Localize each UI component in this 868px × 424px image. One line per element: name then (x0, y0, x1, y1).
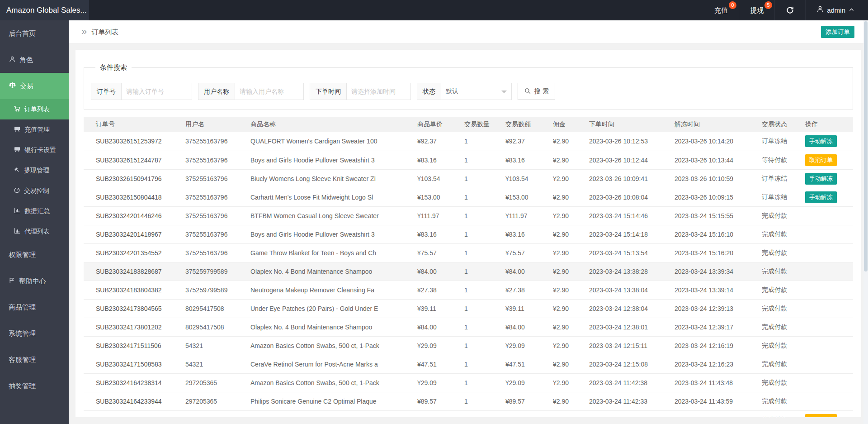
cart-icon (14, 105, 21, 114)
cell-price: ¥47.51 (405, 355, 452, 373)
sidebar-item-trade-control[interactable]: 交易控制 (0, 181, 69, 201)
sidebar-item-roles[interactable]: 角色 (0, 47, 69, 73)
order-no-input[interactable] (122, 83, 192, 100)
topbar: Amazon Global Sales... 充值 0 提现 5 admin (0, 0, 868, 20)
sidebar-item-withdraw-admin[interactable]: 提现管理 (0, 160, 69, 181)
sidebar-item-help-center[interactable]: 帮助中心 (0, 268, 69, 294)
cell-qty: 1 (452, 188, 493, 206)
username-label-field: 用户名称 (198, 83, 235, 100)
cell-commission: ¥2.90 (541, 299, 577, 318)
cell-order-time: 2023-03-26 10:08:04 (577, 188, 662, 206)
cell-action (793, 243, 853, 262)
search-icon (524, 87, 531, 96)
order-no-group: 订单号 (91, 83, 192, 100)
cell-product: Boys and Girls Hoodie Pullover Sweatshir… (238, 225, 405, 243)
column-header: 用户名 (173, 117, 238, 132)
orders-table: 订单号用户名商品名称商品单价交易数量交易数额佣金下单时间解冻时间交易状态操作 S… (84, 117, 853, 417)
sidebar-item-label: 代理列表 (24, 228, 50, 236)
cell-qty: 1 (452, 151, 493, 169)
search-button[interactable]: 搜 索 (518, 83, 555, 100)
table-header-row: 订单号用户名商品名称商品单价交易数量交易数额佣金下单时间解冻时间交易状态操作 (84, 117, 853, 132)
cell-unfreeze-time: 2023-03-26 10:09:15 (662, 188, 750, 206)
cell-user: 375259799589 (173, 262, 238, 281)
cell-order-time: 2023-03-24 13:38:04 (577, 281, 662, 299)
table-row: SUB23032417380120280295417508Olaplex No.… (84, 318, 853, 336)
table-row: SUB23032417151150654321Amazon Basics Cot… (84, 336, 853, 355)
table-row: SUB230326150941796375255163796Biucly Wom… (84, 169, 853, 188)
cell-price: ¥84.00 (405, 318, 452, 336)
cell-price: ¥29.09 (405, 336, 452, 355)
cell-commission: ¥2.90 (541, 206, 577, 225)
user-menu[interactable]: admin (805, 0, 865, 20)
cell-user: 375259799589 (173, 281, 238, 299)
sidebar-item-label: 充值管理 (24, 126, 50, 134)
cancel-order-button[interactable]: 取消订单 (805, 414, 837, 418)
cell-order-no: SUB230326150804418 (84, 188, 173, 206)
sidebar-item-data-summary[interactable]: 数据汇总 (0, 201, 69, 221)
cell-product: QUALFORT Women's Cardigan Sweater 100 (238, 132, 405, 151)
status-select[interactable]: 默认 (441, 83, 511, 100)
cell-amount: ¥103.54 (493, 169, 541, 188)
cell-status: 订单冻结 (750, 132, 793, 151)
table-row: SUB230326150804418375255163796Carhartt M… (84, 188, 853, 206)
cell-amount: ¥89.57 (493, 392, 541, 410)
sidebar-item-label: 帮助中心 (19, 277, 46, 286)
cell-order-no: SUB230324171508583 (84, 355, 173, 373)
cell-status: 完成付款 (750, 262, 793, 281)
cell-order-no: SUB230324173804565 (84, 299, 173, 318)
scrollbar-thumb[interactable] (864, 21, 868, 272)
cell-product: Amazon Basics Cotton Swabs, 500 ct, 1-Pa… (238, 373, 405, 392)
cell-order-no: SUB230324201354552 (84, 243, 173, 262)
cell-status: 等待付款 (750, 151, 793, 169)
manual-unfreeze-button[interactable]: 手动解冻 (805, 135, 837, 147)
cell-status: 完成付款 (750, 225, 793, 243)
sidebar-item-label: 抽奖管理 (9, 382, 36, 391)
cell-action (793, 336, 853, 355)
cell-order-time: 2023-03-24 11:42:38 (577, 373, 662, 392)
vertical-scrollbar[interactable] (863, 20, 868, 424)
refresh-icon[interactable] (774, 0, 805, 20)
withdraw-menu-item[interactable]: 提现 5 (739, 0, 774, 20)
sidebar-item-order-list[interactable]: 订单列表 (0, 99, 69, 119)
search-form: 订单号 用户名称 下单时间 状态 默认 (91, 83, 846, 100)
cell-order-no: SUB230324173801202 (84, 318, 173, 336)
cell-commission: ¥2.90 (541, 132, 577, 151)
order-time-input[interactable] (347, 83, 410, 100)
table-row: SUB230324201354552375255163796Game Throw… (84, 243, 853, 262)
cell-order-no: SUB230324201418967 (84, 225, 173, 243)
cell-unfreeze-time: 2023-03-24 15:16:20 (662, 243, 750, 262)
cell-product: Philips Sonicare Genuine C2 Optimal Plaq… (238, 392, 405, 410)
sidebar-item-trade[interactable]: 交易 (0, 73, 69, 99)
sidebar-item-support-admin[interactable]: 客服管理 (0, 347, 69, 373)
add-order-button[interactable]: 添加订单 (821, 26, 854, 38)
cancel-order-button[interactable]: 取消订单 (805, 154, 837, 166)
cell-amount: ¥111.97 (493, 206, 541, 225)
cell-order-no: SUB230326150941796 (84, 169, 173, 188)
cell-unfreeze-time: 2023-03-26 10:10:59 (662, 169, 750, 188)
cell-unfreeze-time: 2023-03-24 11:43:48 (662, 373, 750, 392)
cell-price: ¥27.38 (405, 281, 452, 299)
search-legend: 条件搜索 (95, 63, 132, 72)
sidebar-item-bankcard-settings[interactable]: 银行卡设置 (0, 140, 69, 160)
withdraw-label: 提现 (750, 0, 764, 20)
sidebar-item-label: 后台首页 (9, 29, 36, 38)
cell-status: 完成付款 (750, 281, 793, 299)
recharge-menu-item[interactable]: 充值 0 (703, 0, 739, 20)
cell-status: 等待付款 (750, 410, 793, 417)
sidebar-item-agent-list[interactable]: 代理列表 (0, 221, 69, 242)
sidebar-item-lottery-admin[interactable]: 抽奖管理 (0, 373, 69, 399)
column-header: 商品名称 (238, 117, 405, 132)
sidebar-item-system-admin[interactable]: 系统管理 (0, 320, 69, 347)
cell-commission: ¥2.90 (541, 281, 577, 299)
cell-qty: 1 (452, 355, 493, 373)
username-input[interactable] (235, 83, 303, 100)
manual-unfreeze-button[interactable]: 手动解冻 (805, 173, 837, 185)
cell-action: 取消订单 (793, 151, 853, 169)
manual-unfreeze-button[interactable]: 手动解冻 (805, 191, 837, 203)
recharge-badge: 0 (729, 1, 736, 9)
cell-action (793, 318, 853, 336)
sidebar-item-permission-admin[interactable]: 权限管理 (0, 242, 69, 268)
sidebar-item-home[interactable]: 后台首页 (0, 20, 69, 47)
sidebar-item-product-admin[interactable]: 商品管理 (0, 294, 69, 320)
sidebar-item-recharge-admin[interactable]: 充值管理 (0, 119, 69, 140)
